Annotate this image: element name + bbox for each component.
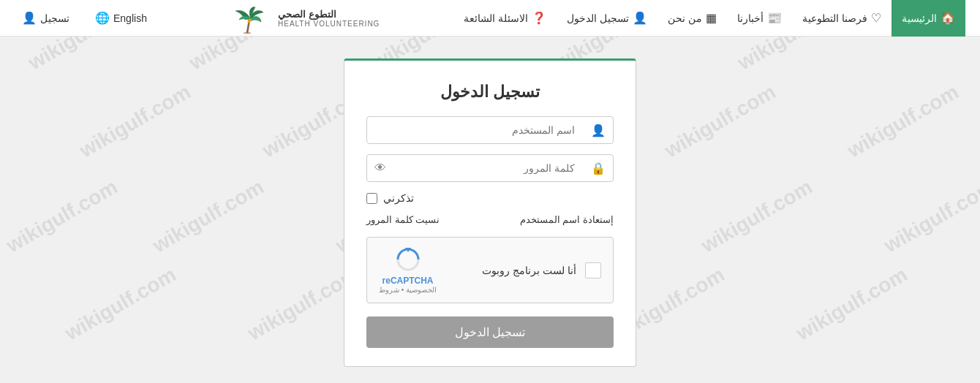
- user-icon: 👤: [22, 11, 37, 25]
- nav-news[interactable]: 📰 أخبارنا: [727, 0, 792, 37]
- nav-lang[interactable]: English 🌐: [88, 0, 154, 37]
- forgot-username-link[interactable]: إستعادة اسم المستخدم: [520, 214, 614, 225]
- nav-faq-label: الاسئلة الشائعة: [464, 12, 528, 24]
- logo-svg: [228, 2, 272, 34]
- login-card: تسجيل الدخول 👤 🔒 👁 تذكرني إستعادة اسم ال…: [344, 58, 636, 367]
- globe-icon: 🌐: [95, 11, 110, 25]
- nav-register-label: تسجيل الدخول: [567, 12, 629, 24]
- nav-items: 🏠 الرئيسية ♡ فرصنا التطوعية 📰 أخبارنا ▦ …: [453, 0, 965, 37]
- nav-home[interactable]: 🏠 الرئيسية: [892, 0, 965, 37]
- navbar: 🏠 الرئيسية ♡ فرصنا التطوعية 📰 أخبارنا ▦ …: [0, 0, 980, 37]
- recaptcha-privacy-label: الخصوصية • شروط: [379, 286, 437, 294]
- nav-user-label: تسجيل: [40, 12, 69, 24]
- recaptcha-spinner: [395, 246, 421, 273]
- logo-text-area: التطوع الصحي HEALTH VOLUNTEERING: [278, 9, 380, 28]
- nav-news-label: أخبارنا: [737, 12, 764, 24]
- main-content: تسجيل الدخول 👤 🔒 👁 تذكرني إستعادة اسم ال…: [0, 37, 980, 383]
- logo-english-text: HEALTH VOLUNTEERING: [278, 20, 380, 28]
- links-row: إستعادة اسم المستخدم نسيت كلمة المرور: [366, 214, 614, 225]
- faq-icon: ❓: [532, 11, 546, 25]
- user-field-icon: 👤: [584, 124, 613, 137]
- lock-icon: 🔒: [584, 162, 613, 175]
- nav-opportunities[interactable]: ♡ فرصنا التطوعية: [792, 0, 892, 37]
- news-icon: 📰: [767, 11, 782, 25]
- username-input-group: 👤: [366, 116, 614, 144]
- recaptcha-box: أنا لست برنامج روبوت reCAPTCHA الخصوصية …: [366, 237, 614, 303]
- nav-about[interactable]: ▦ من نحن: [657, 0, 727, 37]
- recaptcha-brand-label: reCAPTCHA: [382, 276, 434, 286]
- username-input[interactable]: [367, 117, 584, 143]
- login-icon: 👤: [633, 11, 647, 25]
- recaptcha-checkbox[interactable]: [585, 262, 601, 278]
- heart-icon: ♡: [871, 11, 881, 25]
- eye-toggle-icon[interactable]: 👁: [367, 162, 393, 175]
- about-icon: ▦: [706, 11, 717, 25]
- recaptcha-logo-area: reCAPTCHA الخصوصية • شروط: [379, 246, 437, 294]
- nav-left-items: English 🌐 تسجيل 👤: [15, 0, 154, 37]
- recaptcha-spinner-svg: [395, 246, 421, 273]
- recaptcha-left: أنا لست برنامج روبوت: [482, 262, 601, 278]
- nav-home-label: الرئيسية: [902, 12, 937, 24]
- home-icon: 🏠: [941, 11, 955, 25]
- svg-point-3: [247, 20, 249, 23]
- nav-faq[interactable]: ❓ الاسئلة الشائعة: [453, 0, 557, 37]
- login-title: تسجيل الدخول: [366, 83, 614, 102]
- svg-point-0: [244, 31, 251, 34]
- remember-me-row: تذكرني: [366, 192, 614, 204]
- recaptcha-label: أنا لست برنامج روبوت: [482, 265, 576, 276]
- password-input[interactable]: [393, 155, 584, 181]
- nav-register-login[interactable]: 👤 تسجيل الدخول: [557, 0, 657, 37]
- password-input-group: 🔒 👁: [366, 154, 614, 182]
- remember-label: تذكرني: [383, 192, 414, 204]
- nav-lang-label: English: [113, 12, 147, 24]
- nav-user[interactable]: تسجيل 👤: [15, 0, 77, 37]
- nav-about-label: من نحن: [668, 12, 702, 24]
- login-submit-button[interactable]: تسجيل الدخول: [366, 316, 614, 348]
- logo-arabic-text: التطوع الصحي: [278, 9, 380, 20]
- logo-area: التطوع الصحي HEALTH VOLUNTEERING: [228, 2, 380, 34]
- forgot-password-link[interactable]: نسيت كلمة المرور: [366, 214, 440, 225]
- nav-opportunities-label: فرصنا التطوعية: [802, 12, 867, 24]
- remember-checkbox[interactable]: [366, 193, 377, 204]
- svg-point-2: [249, 18, 252, 20]
